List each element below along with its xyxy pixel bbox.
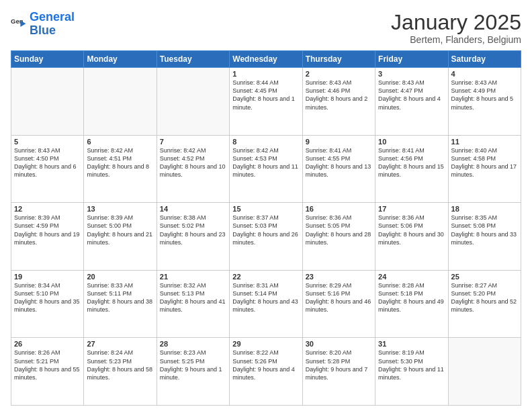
day-info: Sunrise: 8:23 AMSunset: 5:25 PMDaylight:…	[160, 349, 226, 381]
calendar-day	[157, 68, 229, 136]
col-sunday: Sunday	[11, 51, 84, 68]
calendar-day: 15Sunrise: 8:37 AMSunset: 5:03 PMDayligh…	[230, 203, 302, 271]
day-info: Sunrise: 8:19 AMSunset: 5:30 PMDaylight:…	[378, 349, 445, 381]
calendar-day: 21Sunrise: 8:32 AMSunset: 5:13 PMDayligh…	[157, 270, 229, 338]
day-number: 11	[451, 138, 518, 146]
day-number: 4	[451, 70, 518, 78]
day-number: 5	[14, 138, 81, 146]
day-info: Sunrise: 8:22 AMSunset: 5:26 PMDaylight:…	[232, 349, 299, 381]
calendar-day: 6Sunrise: 8:42 AMSunset: 4:51 PMDaylight…	[84, 135, 157, 203]
day-number: 25	[451, 273, 518, 281]
day-info: Sunrise: 8:42 AMSunset: 4:51 PMDaylight:…	[87, 146, 153, 179]
day-info: Sunrise: 8:43 AMSunset: 4:47 PMDaylight:…	[378, 79, 445, 111]
day-number: 12	[14, 205, 81, 213]
calendar-week-4: 19Sunrise: 8:34 AMSunset: 5:10 PMDayligh…	[11, 270, 521, 338]
day-info: Sunrise: 8:31 AMSunset: 5:14 PMDaylight:…	[232, 281, 299, 314]
calendar-day: 11Sunrise: 8:40 AMSunset: 4:58 PMDayligh…	[448, 135, 521, 203]
calendar-day: 24Sunrise: 8:28 AMSunset: 5:18 PMDayligh…	[375, 270, 448, 338]
day-info: Sunrise: 8:29 AMSunset: 5:16 PMDaylight:…	[306, 281, 372, 314]
day-info: Sunrise: 8:41 AMSunset: 4:55 PMDaylight:…	[306, 146, 372, 179]
day-info: Sunrise: 8:43 AMSunset: 4:50 PMDaylight:…	[14, 146, 81, 179]
header-row: Sunday Monday Tuesday Wednesday Thursday…	[11, 51, 521, 68]
calendar-day: 17Sunrise: 8:36 AMSunset: 5:06 PMDayligh…	[375, 203, 448, 271]
day-info: Sunrise: 8:35 AMSunset: 5:08 PMDaylight:…	[451, 214, 518, 246]
calendar-day: 23Sunrise: 8:29 AMSunset: 5:16 PMDayligh…	[302, 270, 375, 338]
calendar-day: 4Sunrise: 8:43 AMSunset: 4:49 PMDaylight…	[448, 68, 521, 136]
calendar-day: 31Sunrise: 8:19 AMSunset: 5:30 PMDayligh…	[375, 338, 448, 406]
calendar-subtitle: Bertem, Flanders, Belgium	[391, 34, 521, 45]
day-number: 8	[232, 138, 299, 146]
day-number: 1	[232, 70, 299, 78]
day-number: 18	[451, 205, 518, 213]
header: Gen General Blue January 2025 Bertem, Fl…	[11, 11, 521, 45]
day-info: Sunrise: 8:42 AMSunset: 4:52 PMDaylight:…	[160, 146, 226, 179]
day-number: 7	[160, 138, 226, 146]
day-number: 15	[232, 205, 299, 213]
day-number: 28	[160, 340, 226, 348]
day-info: Sunrise: 8:26 AMSunset: 5:21 PMDaylight:…	[14, 349, 81, 381]
day-info: Sunrise: 8:38 AMSunset: 5:02 PMDaylight:…	[160, 214, 226, 246]
calendar-week-5: 26Sunrise: 8:26 AMSunset: 5:21 PMDayligh…	[11, 338, 521, 406]
day-number: 16	[306, 205, 372, 213]
day-number: 21	[160, 273, 226, 281]
calendar-day: 7Sunrise: 8:42 AMSunset: 4:52 PMDaylight…	[157, 135, 229, 203]
day-info: Sunrise: 8:43 AMSunset: 4:49 PMDaylight:…	[451, 79, 518, 111]
calendar-day: 13Sunrise: 8:39 AMSunset: 5:00 PMDayligh…	[84, 203, 157, 271]
calendar-day: 1Sunrise: 8:44 AMSunset: 4:45 PMDaylight…	[230, 68, 302, 136]
day-info: Sunrise: 8:41 AMSunset: 4:56 PMDaylight:…	[378, 146, 445, 179]
day-info: Sunrise: 8:37 AMSunset: 5:03 PMDaylight:…	[232, 214, 299, 246]
day-number: 26	[14, 340, 81, 348]
day-number: 31	[378, 340, 445, 348]
day-info: Sunrise: 8:32 AMSunset: 5:13 PMDaylight:…	[160, 281, 226, 314]
calendar-day: 9Sunrise: 8:41 AMSunset: 4:55 PMDaylight…	[302, 135, 375, 203]
col-saturday: Saturday	[448, 51, 521, 68]
title-block: January 2025 Bertem, Flanders, Belgium	[391, 11, 521, 45]
calendar-day: 8Sunrise: 8:42 AMSunset: 4:53 PMDaylight…	[230, 135, 302, 203]
calendar-day: 20Sunrise: 8:33 AMSunset: 5:11 PMDayligh…	[84, 270, 157, 338]
day-number: 13	[87, 205, 153, 213]
calendar-day	[84, 68, 157, 136]
day-number: 19	[14, 273, 81, 281]
day-number: 29	[232, 340, 299, 348]
day-number: 24	[378, 273, 445, 281]
calendar-day: 25Sunrise: 8:27 AMSunset: 5:20 PMDayligh…	[448, 270, 521, 338]
day-info: Sunrise: 8:39 AMSunset: 5:00 PMDaylight:…	[87, 214, 153, 246]
calendar-week-3: 12Sunrise: 8:39 AMSunset: 4:59 PMDayligh…	[11, 203, 521, 271]
day-number: 9	[306, 138, 372, 146]
day-info: Sunrise: 8:36 AMSunset: 5:05 PMDaylight:…	[306, 214, 372, 246]
day-number: 17	[378, 205, 445, 213]
page: Gen General Blue January 2025 Bertem, Fl…	[0, 0, 532, 411]
day-info: Sunrise: 8:24 AMSunset: 5:23 PMDaylight:…	[87, 349, 153, 381]
day-info: Sunrise: 8:44 AMSunset: 4:45 PMDaylight:…	[232, 79, 299, 111]
day-number: 3	[378, 70, 445, 78]
calendar-table: Sunday Monday Tuesday Wednesday Thursday…	[11, 50, 521, 406]
day-info: Sunrise: 8:20 AMSunset: 5:28 PMDaylight:…	[306, 349, 372, 381]
day-number: 14	[160, 205, 226, 213]
logo-text: General Blue	[30, 11, 75, 38]
day-info: Sunrise: 8:34 AMSunset: 5:10 PMDaylight:…	[14, 281, 81, 314]
day-info: Sunrise: 8:36 AMSunset: 5:06 PMDaylight:…	[378, 214, 445, 246]
calendar-title: January 2025	[391, 11, 521, 34]
calendar-day: 28Sunrise: 8:23 AMSunset: 5:25 PMDayligh…	[157, 338, 229, 406]
calendar-day: 14Sunrise: 8:38 AMSunset: 5:02 PMDayligh…	[157, 203, 229, 271]
day-number: 22	[232, 273, 299, 281]
calendar-day: 22Sunrise: 8:31 AMSunset: 5:14 PMDayligh…	[230, 270, 302, 338]
col-friday: Friday	[375, 51, 448, 68]
calendar-day: 3Sunrise: 8:43 AMSunset: 4:47 PMDaylight…	[375, 68, 448, 136]
calendar-day: 5Sunrise: 8:43 AMSunset: 4:50 PMDaylight…	[11, 135, 84, 203]
calendar-day: 12Sunrise: 8:39 AMSunset: 4:59 PMDayligh…	[11, 203, 84, 271]
logo-general: General	[30, 10, 75, 24]
logo: Gen General Blue	[11, 11, 75, 38]
calendar-day	[448, 338, 521, 406]
calendar-day: 10Sunrise: 8:41 AMSunset: 4:56 PMDayligh…	[375, 135, 448, 203]
logo-blue: Blue	[30, 24, 75, 38]
calendar-day	[11, 68, 84, 136]
calendar-day: 26Sunrise: 8:26 AMSunset: 5:21 PMDayligh…	[11, 338, 84, 406]
day-info: Sunrise: 8:33 AMSunset: 5:11 PMDaylight:…	[87, 281, 153, 314]
col-wednesday: Wednesday	[230, 51, 302, 68]
day-info: Sunrise: 8:27 AMSunset: 5:20 PMDaylight:…	[451, 281, 518, 314]
calendar-day: 27Sunrise: 8:24 AMSunset: 5:23 PMDayligh…	[84, 338, 157, 406]
day-number: 10	[378, 138, 445, 146]
day-info: Sunrise: 8:42 AMSunset: 4:53 PMDaylight:…	[232, 146, 299, 179]
calendar-week-2: 5Sunrise: 8:43 AMSunset: 4:50 PMDaylight…	[11, 135, 521, 203]
